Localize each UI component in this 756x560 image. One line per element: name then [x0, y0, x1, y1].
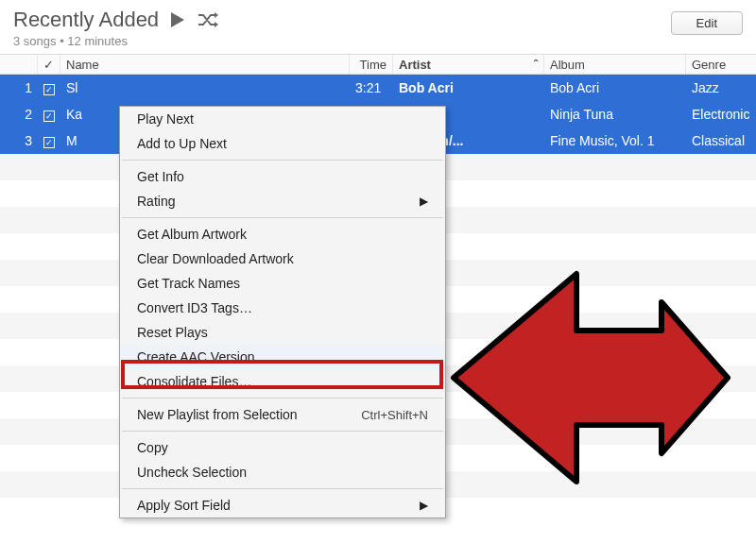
play-icon[interactable]	[168, 10, 187, 29]
edit-button[interactable]: Edit	[671, 11, 743, 35]
menu-separator	[122, 488, 443, 489]
col-artist[interactable]: Artist ˆ	[393, 55, 544, 74]
row-checkbox[interactable]: ✓	[38, 80, 60, 95]
menu-convert-id3[interactable]: Convert ID3 Tags…	[120, 296, 445, 320]
menu-create-aac-version[interactable]: Create AAC Version	[120, 345, 445, 369]
menu-uncheck-selection[interactable]: Uncheck Selection	[120, 460, 445, 484]
menu-shortcut: Ctrl+Shift+N	[361, 408, 428, 422]
col-time[interactable]: Time	[350, 55, 393, 74]
col-check[interactable]: ✓	[38, 55, 60, 74]
context-menu: Play Next Add to Up Next Get Info Rating…	[119, 106, 446, 518]
col-album[interactable]: Album	[544, 55, 686, 74]
col-genre[interactable]: Genre	[686, 55, 756, 74]
row-genre: Electronic	[686, 107, 756, 122]
header: Recently Added 3 songs • 12 minutes Edit	[0, 0, 756, 54]
menu-new-playlist-from-selection[interactable]: New Playlist from Selection Ctrl+Shift+N	[120, 402, 445, 427]
table-row[interactable]: 1 ✓ Sl 3:21 Bob Acri Bob Acri Jazz	[0, 75, 756, 101]
page-title: Recently Added	[13, 8, 159, 32]
menu-separator	[122, 398, 443, 399]
row-checkbox[interactable]: ✓	[38, 107, 60, 122]
row-time: 3:21	[350, 80, 393, 95]
menu-reset-plays[interactable]: Reset Plays	[120, 320, 445, 345]
row-album: Ninja Tuna	[544, 107, 686, 122]
col-name[interactable]: Name	[60, 55, 350, 74]
annotation-arrow-icon	[444, 255, 737, 491]
menu-rating[interactable]: Rating ▶	[120, 189, 445, 213]
svg-marker-0	[171, 12, 184, 27]
row-checkbox[interactable]: ✓	[38, 133, 60, 148]
menu-separator	[122, 431, 443, 432]
menu-clear-downloaded-artwork[interactable]: Clear Downloaded Artwork	[120, 246, 445, 271]
menu-play-next[interactable]: Play Next	[120, 107, 445, 131]
col-index[interactable]	[0, 55, 38, 74]
menu-get-info[interactable]: Get Info	[120, 164, 445, 189]
menu-apply-sort-label: Apply Sort Field	[137, 498, 231, 513]
table-header: ✓ Name Time Artist ˆ Album Genre	[0, 54, 756, 75]
sort-asc-icon: ˆ	[534, 58, 538, 72]
menu-apply-sort-field[interactable]: Apply Sort Field ▶	[120, 493, 445, 518]
row-genre: Classical	[686, 133, 756, 148]
menu-separator	[122, 160, 443, 161]
menu-new-playlist-label: New Playlist from Selection	[137, 407, 298, 422]
shuffle-icon[interactable]	[197, 10, 219, 29]
menu-consolidate-files[interactable]: Consolidate Files…	[120, 369, 445, 394]
menu-separator	[122, 217, 443, 218]
subtitle: 3 songs • 12 minutes	[13, 34, 219, 48]
row-album: Fine Music, Vol. 1	[544, 133, 686, 148]
submenu-arrow-icon: ▶	[420, 499, 428, 512]
row-index: 2	[0, 107, 38, 122]
row-artist: Bob Acri	[393, 80, 544, 95]
submenu-arrow-icon: ▶	[420, 195, 428, 208]
menu-add-up-next[interactable]: Add to Up Next	[120, 131, 445, 156]
svg-marker-2	[215, 22, 218, 27]
menu-rating-label: Rating	[137, 194, 175, 209]
menu-copy[interactable]: Copy	[120, 435, 445, 460]
row-album: Bob Acri	[544, 80, 686, 95]
menu-get-album-artwork[interactable]: Get Album Artwork	[120, 222, 445, 246]
col-artist-label: Artist	[399, 58, 431, 72]
row-index: 3	[0, 133, 38, 148]
row-index: 1	[0, 80, 38, 95]
row-name: Sl	[60, 80, 350, 95]
row-genre: Jazz	[686, 80, 756, 95]
svg-marker-1	[215, 12, 218, 18]
menu-get-track-names[interactable]: Get Track Names	[120, 271, 445, 296]
